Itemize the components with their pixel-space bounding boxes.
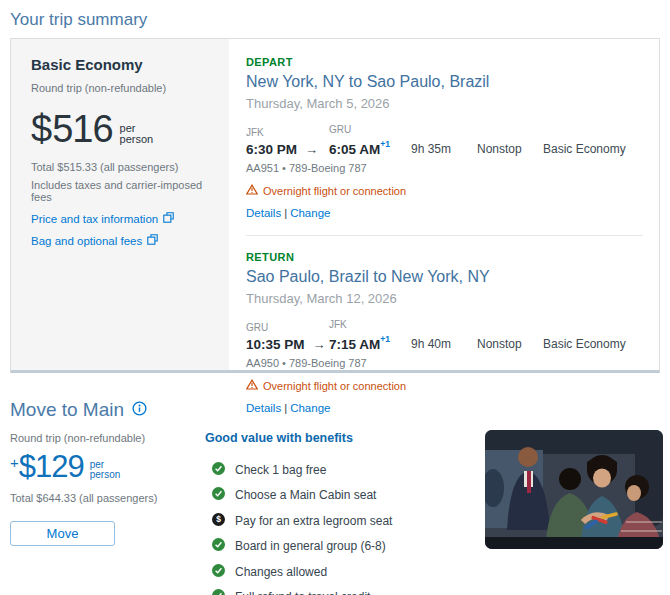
return-flight-number: AA950 • 789-Boeing 787 [246,357,643,369]
depart-overnight-warning: Overnight flight or connection [246,184,643,197]
benefit-item: $ Pay for an extra legroom seat [205,514,485,527]
departure-time-value: 6:30 PM [246,142,297,157]
depart-flight-number: AA951 • 789-Boeing 787 [246,162,643,174]
price-tax-info-link[interactable]: Price and tax information [31,212,211,225]
benefit-text: Check 1 bag free [235,463,326,477]
total-all-passengers: Total $515.33 (all passengers) [31,161,211,173]
depart-flight-row: JFK 6:30 PM→ GRU 6:05 AM+1 9h 35m Nonsto… [246,124,643,157]
destination-code: GRU [329,124,411,135]
move-price-per-person: +$129 per person [10,449,205,485]
fare-panel: Basic Economy Round trip (non-refundable… [11,39,229,370]
warning-triangle-icon [246,184,258,197]
check-circle-icon [212,486,225,504]
trip-summary-card: Basic Economy Round trip (non-refundable… [10,38,660,373]
flights-panel: DEPART New York, NY to Sao Paulo, Brazil… [229,39,659,370]
benefits-column: Good value with benefits Check 1 bag fre… [205,430,485,595]
depart-destination-cell: GRU 6:05 AM+1 [329,124,411,157]
bag-optional-fees-link[interactable]: Bag and optional fees [31,234,211,247]
person-label: person [120,133,154,145]
move-price-column: Round trip (non-refundable) +$129 per pe… [10,430,205,595]
trip-type-label: Round trip (non-refundable) [31,82,211,94]
page-title: Your trip summary [0,0,670,30]
arrival-time-value: 7:15 AM [329,337,380,352]
price-value: 516 [52,108,112,151]
details-link[interactable]: Details [246,402,281,414]
currency-symbol: $ [31,108,52,151]
departure-time-value: 10:35 PM [246,337,305,352]
depart-duration: 9h 35m [411,142,477,157]
pipe-separator: | [284,402,287,414]
benefit-text: Board in general group (6-8) [235,539,386,553]
depart-route: New York, NY to Sao Paulo, Brazil [246,73,643,91]
move-price-value: 129 [35,449,84,485]
overnight-warning-text: Overnight flight or connection [263,380,406,392]
return-origin-cell: GRU 10:35 PM→ [246,322,329,352]
details-link[interactable]: Details [246,207,281,219]
check-circle-icon [212,461,225,479]
move-to-main-title: Move to Main [10,399,124,421]
departure-time: 6:30 PM→ [246,142,329,157]
depart-leg: DEPART New York, NY to Sao Paulo, Brazil… [246,56,643,219]
leg-divider [246,235,643,236]
depart-label: DEPART [246,56,643,68]
overnight-warning-text: Overnight flight or connection [263,185,406,197]
arrow-right-icon: → [305,142,318,157]
benefit-item: Choose a Main Cabin seat [205,489,485,502]
plus-sign: + [10,454,19,471]
plus-one-day-badge: +1 [380,139,390,149]
per-person-label: per person [120,123,154,145]
return-flight-row: GRU 10:35 PM→ JFK 7:15 AM+1 9h 40m Nonst… [246,319,643,352]
depart-cabin: Basic Economy [543,142,626,157]
return-cabin: Basic Economy [543,337,626,352]
bag-optional-fees-label: Bag and optional fees [31,235,142,247]
dollar-circle-icon: $ [212,512,225,530]
warning-triangle-icon [246,379,258,392]
benefit-text: Pay for an extra legroom seat [235,514,392,528]
check-circle-icon [212,563,225,581]
origin-code: JFK [246,127,329,138]
pipe-separator: | [284,207,287,219]
benefit-text: Choose a Main Cabin seat [235,488,376,502]
currency-symbol: $ [19,449,35,485]
person-label: person [90,469,121,480]
return-route: Sao Paulo, Brazil to New York, NY [246,268,643,286]
arrival-time-value: 6:05 AM [329,142,380,157]
return-label: RETURN [246,251,643,263]
return-date: Thursday, March 12, 2026 [246,291,643,306]
plus-one-day-badge: +1 [380,334,390,344]
return-leg: RETURN Sao Paulo, Brazil to New York, NY… [246,251,643,414]
benefit-item: Board in general group (6-8) [205,540,485,553]
depart-leg-links: Details|Change [246,207,643,219]
price-tax-info-label: Price and tax information [31,213,158,225]
benefits-title: Good value with benefits [205,431,485,445]
return-destination-cell: JFK 7:15 AM+1 [329,319,411,352]
arrow-right-icon: → [313,337,326,352]
change-link[interactable]: Change [290,207,330,219]
cabin-passengers-photo [485,430,663,549]
depart-stops: Nonstop [477,142,543,157]
new-window-icon [163,212,174,225]
benefit-text: Full refund to travel credit [235,590,370,595]
move-total-all-passengers: Total $644.33 (all passengers) [10,492,205,504]
depart-date: Thursday, March 5, 2026 [246,96,643,111]
return-stops: Nonstop [477,337,543,352]
move-trip-type: Round trip (non-refundable) [10,432,205,444]
benefit-item: Full refund to travel credit [205,591,485,595]
benefit-item: Changes allowed [205,565,485,578]
move-button[interactable]: Move [10,521,115,546]
trip-summary-page: Your trip summary Basic Economy Round tr… [0,0,670,595]
info-icon[interactable] [132,401,147,420]
svg-text:$: $ [216,514,221,524]
arrival-time: 6:05 AM+1 [329,139,411,157]
taxes-note: Includes taxes and carrier-imposed fees [31,179,211,203]
price-per-person: $516 per person [31,108,211,151]
change-link[interactable]: Change [290,402,330,414]
return-duration: 9h 40m [411,337,477,352]
move-to-main-section: Round trip (non-refundable) +$129 per pe… [10,430,670,595]
check-circle-icon [212,588,225,595]
arrival-time: 7:15 AM+1 [329,334,411,352]
return-leg-links: Details|Change [246,402,643,414]
origin-code: GRU [246,322,329,333]
new-window-icon [147,234,158,247]
departure-time: 10:35 PM→ [246,337,329,352]
